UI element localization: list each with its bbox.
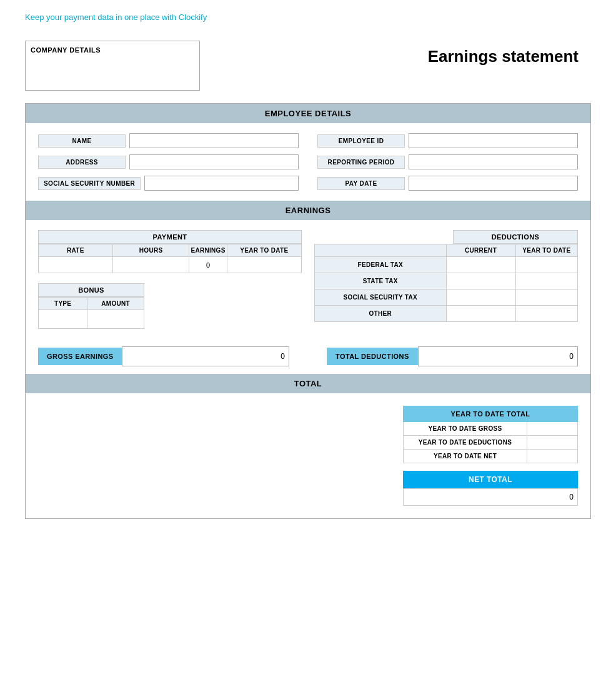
gross-earnings-label: GROSS EARNINGS xyxy=(38,348,122,365)
top-link-container: Keep your payment data in one place with… xyxy=(25,13,591,22)
employee-id-field-row: EMPLOYEE ID xyxy=(317,133,578,148)
ytd-gross-label: YEAR TO DATE GROSS xyxy=(404,422,527,435)
header-section: COMPANY DETAILS Earnings statement xyxy=(25,41,591,91)
payment-rate-header: RATE xyxy=(39,244,113,257)
employee-right-fields: EMPLOYEE ID REPORTING PERIOD PAY DATE xyxy=(317,133,578,191)
federal-tax-row: FEDERAL TAX xyxy=(315,257,578,273)
state-tax-current-input[interactable] xyxy=(448,276,514,286)
reporting-period-label: REPORTING PERIOD xyxy=(317,156,405,169)
address-field-row: ADDRESS xyxy=(38,154,299,169)
employee-id-label: EMPLOYEE ID xyxy=(317,134,405,148)
bonus-type-header: TYPE xyxy=(39,298,87,310)
gross-earnings-item: GROSS EARNINGS 0 xyxy=(38,346,289,366)
clockify-link[interactable]: Keep your payment data in one place with… xyxy=(25,13,207,22)
payment-hours-input[interactable] xyxy=(114,260,188,269)
total-section-body: YEAR TO DATE TOTAL YEAR TO DATE GROSS YE… xyxy=(26,393,590,518)
company-details-label: COMPANY DETAILS xyxy=(31,46,101,54)
payment-section: PAYMENT RATE HOURS EARNINGS YEAR TO DATE xyxy=(38,230,302,273)
payment-table: RATE HOURS EARNINGS YEAR TO DATE 0 xyxy=(38,244,302,273)
federal-tax-current-input[interactable] xyxy=(448,260,514,269)
bonus-table: TYPE AMOUNT xyxy=(38,297,144,329)
bonus-type-input[interactable] xyxy=(40,314,86,324)
bonus-amount-input[interactable] xyxy=(89,314,142,324)
ssn-label: SOCIAL SECURITY NUMBER xyxy=(38,177,141,190)
deductions-tax-header xyxy=(315,244,447,257)
name-field-row: NAME xyxy=(38,133,299,148)
main-card: EMPLOYEE DETAILS NAME ADDRESS SOCIAL SEC… xyxy=(25,103,591,519)
page: Keep your payment data in one place with… xyxy=(0,0,616,538)
bonus-row xyxy=(39,310,144,329)
employee-left-fields: NAME ADDRESS SOCIAL SECURITY NUMBER xyxy=(38,133,299,191)
other-ytd-input[interactable] xyxy=(517,309,576,318)
social-security-label: SOCIAL SECURITY TAX xyxy=(315,289,447,306)
payment-row: 0 xyxy=(39,257,302,273)
federal-tax-ytd-input[interactable] xyxy=(517,260,576,269)
payment-label: PAYMENT xyxy=(38,230,302,244)
pay-date-label: PAY DATE xyxy=(317,177,405,190)
ytd-gross-value xyxy=(527,422,577,435)
ssn-field-row: SOCIAL SECURITY NUMBER xyxy=(38,176,299,191)
other-row: OTHER xyxy=(315,306,578,322)
state-tax-label: STATE TAX xyxy=(315,273,447,289)
page-title: Earnings statement xyxy=(428,41,591,66)
ytd-table-wrapper: YEAR TO DATE TOTAL YEAR TO DATE GROSS YE… xyxy=(403,406,578,506)
ssn-input[interactable] xyxy=(144,176,299,191)
earnings-header: EARNINGS xyxy=(26,201,590,220)
pay-date-input[interactable] xyxy=(409,176,578,191)
name-input[interactable] xyxy=(129,133,299,148)
ytd-deductions-label: YEAR TO DATE DEDUCTIONS xyxy=(404,436,527,449)
reporting-period-input[interactable] xyxy=(409,154,578,169)
state-tax-row: STATE TAX xyxy=(315,273,578,289)
deductions-side: DEDUCTIONS CURRENT YEAR TO DATE xyxy=(314,230,578,329)
net-total-value: 0 xyxy=(403,488,578,506)
bonus-section: BONUS TYPE AMOUNT xyxy=(38,283,302,329)
deductions-current-header: CURRENT xyxy=(446,244,515,257)
bonus-label: BONUS xyxy=(38,283,144,297)
deductions-ytd-header: YEAR TO DATE xyxy=(515,244,577,257)
earnings-body: PAYMENT RATE HOURS EARNINGS YEAR TO DATE xyxy=(26,220,590,339)
ytd-deductions-row: YEAR TO DATE DEDUCTIONS xyxy=(403,436,578,450)
ytd-net-label: YEAR TO DATE NET xyxy=(404,450,527,463)
ytd-deductions-value xyxy=(527,436,577,449)
employee-details-body: NAME ADDRESS SOCIAL SECURITY NUMBER xyxy=(26,123,590,201)
payment-rate-input[interactable] xyxy=(40,260,111,269)
employee-details-header: EMPLOYEE DETAILS xyxy=(26,104,590,123)
ytd-net-value xyxy=(527,450,577,463)
total-deductions-item: TOTAL DEDUCTIONS 0 xyxy=(327,346,578,366)
payment-earnings-header: EARNINGS xyxy=(189,244,227,257)
employee-id-input[interactable] xyxy=(409,133,578,148)
gross-earnings-value: 0 xyxy=(122,346,289,366)
employee-grid: NAME ADDRESS SOCIAL SECURITY NUMBER xyxy=(38,133,578,191)
name-label: NAME xyxy=(38,134,126,148)
other-label: OTHER xyxy=(315,306,447,322)
payment-ytd-header: YEAR TO DATE xyxy=(227,244,301,257)
social-security-current-input[interactable] xyxy=(448,293,514,302)
payment-hours-header: HOURS xyxy=(112,244,189,257)
deductions-table: CURRENT YEAR TO DATE FEDERAL TAX xyxy=(314,244,578,322)
ytd-header: YEAR TO DATE TOTAL xyxy=(403,406,578,422)
deductions-label: DEDUCTIONS xyxy=(453,230,578,244)
ytd-gross-row: YEAR TO DATE GROSS xyxy=(403,422,578,436)
payment-ytd-input[interactable] xyxy=(229,260,300,269)
payment-earnings-value: 0 xyxy=(189,257,227,273)
ytd-container: YEAR TO DATE TOTAL YEAR TO DATE GROSS YE… xyxy=(38,406,578,506)
state-tax-ytd-input[interactable] xyxy=(517,276,576,286)
address-label: ADDRESS xyxy=(38,156,126,169)
net-total-header: NET TOTAL xyxy=(403,471,578,488)
total-deductions-label: TOTAL DEDUCTIONS xyxy=(327,348,418,365)
total-section-header: TOTAL xyxy=(26,374,590,393)
reporting-period-field-row: REPORTING PERIOD xyxy=(317,154,578,169)
company-details-box: COMPANY DETAILS xyxy=(25,41,200,91)
payment-side: PAYMENT RATE HOURS EARNINGS YEAR TO DATE xyxy=(38,230,302,329)
bonus-amount-header: AMOUNT xyxy=(87,298,144,310)
federal-tax-label: FEDERAL TAX xyxy=(315,257,447,273)
address-input[interactable] xyxy=(129,154,299,169)
ytd-net-row: YEAR TO DATE NET xyxy=(403,450,578,463)
other-current-input[interactable] xyxy=(448,309,514,318)
social-security-row: SOCIAL SECURITY TAX xyxy=(315,289,578,306)
pay-date-field-row: PAY DATE xyxy=(317,176,578,191)
totals-row: GROSS EARNINGS 0 TOTAL DEDUCTIONS 0 xyxy=(26,339,590,374)
social-security-ytd-input[interactable] xyxy=(517,293,576,302)
deductions-section: DEDUCTIONS CURRENT YEAR TO DATE xyxy=(314,230,578,322)
total-deductions-value: 0 xyxy=(418,346,578,366)
